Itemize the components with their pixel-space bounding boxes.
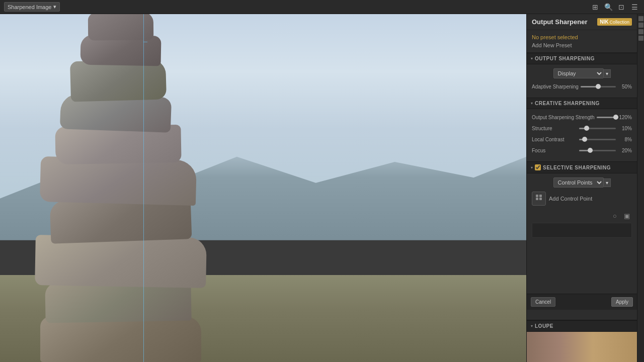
rock-5 xyxy=(40,156,197,206)
strength-label: Output Sharpening Strength xyxy=(532,115,595,120)
local-contrast-thumb[interactable] xyxy=(582,137,587,142)
local-contrast-value: 8% xyxy=(618,137,632,142)
control-point-list-empty xyxy=(532,223,632,238)
output-sharpening-title: OUTPUT SHARPENING xyxy=(535,56,595,61)
structure-slider[interactable] xyxy=(579,124,616,132)
svg-rect-2 xyxy=(536,195,538,197)
add-preset-link[interactable]: Add New Preset xyxy=(532,42,572,48)
toolbar-icons: ⊞ 🔍 ⊡ ☰ xyxy=(590,2,640,13)
focus-slider[interactable] xyxy=(579,146,616,154)
guideline-handle xyxy=(143,42,147,42)
display-dropdown-row: Display ▾ xyxy=(532,68,632,78)
focus-thumb[interactable] xyxy=(588,148,593,153)
selective-sharpening-header[interactable]: ▾ SELECTIVE SHARPENING xyxy=(527,161,637,173)
svg-rect-1 xyxy=(539,198,542,200)
guideline-vertical xyxy=(143,14,144,362)
adaptive-sharpening-thumb[interactable] xyxy=(596,84,601,89)
display-dropdown-arrow[interactable]: ▾ xyxy=(604,69,611,78)
loupe-section: ▾ LOUPE xyxy=(527,320,637,362)
zoom-actual-icon[interactable]: ⊡ xyxy=(616,2,627,13)
photo-scene xyxy=(0,14,526,362)
local-contrast-slider[interactable] xyxy=(579,135,616,143)
creative-sharpening-collapse-icon: ▾ xyxy=(531,101,533,106)
nik-label: NIK xyxy=(600,19,608,25)
top-toolbar: Sharpened Image ▾ ⊞ 🔍 ⊡ ☰ xyxy=(0,0,644,14)
selective-sharpening-collapse-icon: ▾ xyxy=(531,165,533,170)
selective-sharpening-checkbox[interactable] xyxy=(535,164,541,170)
zoom-icon[interactable]: 🔍 xyxy=(603,2,614,13)
focus-value: 20% xyxy=(618,148,632,153)
bottom-buttons: Cancel Apply xyxy=(527,294,637,310)
spacer xyxy=(527,310,637,320)
preset-area: No preset selected Add New Preset xyxy=(527,30,637,53)
focus-row: Focus 20% xyxy=(532,146,632,154)
adaptive-sharpening-label: Adaptive Sharpening xyxy=(532,84,579,89)
output-sharpening-header[interactable]: ▾ OUTPUT SHARPENING xyxy=(527,53,637,64)
strength-row: Output Sharpening Strength 120% xyxy=(532,113,632,121)
reset-control-point-icon[interactable]: ○ xyxy=(610,211,620,221)
local-contrast-row: Local Contrast 8% xyxy=(532,135,632,143)
add-control-point-svg xyxy=(535,195,543,203)
panel-header: Output Sharpener NIK Collection xyxy=(527,14,637,30)
control-points-dropdown[interactable]: Control Points xyxy=(553,177,604,188)
creative-sharpening-content: Output Sharpening Strength 120% Structur… xyxy=(527,109,637,161)
loupe-header[interactable]: ▾ LOUPE xyxy=(527,320,637,332)
panel-title: Output Sharpener xyxy=(532,18,588,26)
svg-rect-0 xyxy=(536,198,538,200)
loupe-content xyxy=(527,332,637,362)
delete-control-point-icon[interactable]: ▣ xyxy=(622,211,632,221)
output-sharpening-collapse-icon: ▾ xyxy=(531,56,533,61)
structure-row: Structure 10% xyxy=(532,124,632,132)
adaptive-sharpening-row: Adaptive Sharpening 50% xyxy=(532,82,632,90)
rock-stack xyxy=(30,15,221,362)
rock-1 xyxy=(40,317,201,362)
display-dropdown[interactable]: Display xyxy=(553,68,604,78)
structure-thumb[interactable] xyxy=(584,126,589,131)
loupe-title: LOUPE xyxy=(535,323,553,329)
selective-sharpening-content: Control Points ▾ Add Control Point xyxy=(527,173,637,246)
focus-label: Focus xyxy=(532,148,577,153)
local-contrast-label: Local Contrast xyxy=(532,137,577,142)
far-right-btn-1[interactable] xyxy=(638,16,643,21)
svg-rect-3 xyxy=(539,195,542,197)
far-right-btn-3[interactable] xyxy=(638,29,643,34)
far-right-panel xyxy=(637,14,644,362)
no-preset-text: No preset selected xyxy=(532,34,632,40)
control-point-icon-row: ○ ▣ xyxy=(532,209,632,223)
view-selector-label: Sharpened Image xyxy=(8,4,51,10)
control-points-dropdown-row: Control Points ▾ xyxy=(532,177,632,188)
main-content: Output Sharpener NIK Collection No prese… xyxy=(0,14,644,362)
adaptive-sharpening-value: 50% xyxy=(618,84,632,89)
creative-sharpening-header[interactable]: ▾ CREATIVE SHARPENING xyxy=(527,98,637,109)
output-sharpening-content: Display ▾ Adaptive Sharpening 50% xyxy=(527,64,637,98)
creative-sharpening-title: CREATIVE SHARPENING xyxy=(535,101,600,106)
settings-icon[interactable]: ☰ xyxy=(629,2,640,13)
structure-value: 10% xyxy=(618,126,632,131)
cancel-button[interactable]: Cancel xyxy=(531,297,555,307)
far-right-btn-2[interactable] xyxy=(638,23,643,28)
add-control-point-label: Add Control Point xyxy=(549,196,592,202)
zoom-fit-icon[interactable]: ⊞ xyxy=(590,2,601,13)
view-selector-arrow: ▾ xyxy=(53,4,56,10)
nik-badge: NIK Collection xyxy=(597,18,632,26)
structure-label: Structure xyxy=(532,126,577,131)
right-panel: Output Sharpener NIK Collection No prese… xyxy=(526,14,637,362)
strength-thumb[interactable] xyxy=(613,115,618,120)
collection-label: Collection xyxy=(609,20,629,25)
add-control-point-icon-btn[interactable] xyxy=(532,192,546,206)
loupe-collapse-icon: ▾ xyxy=(531,324,533,328)
view-selector[interactable]: Sharpened Image ▾ xyxy=(4,2,60,12)
strength-value: 120% xyxy=(618,115,632,120)
strength-slider[interactable] xyxy=(597,113,616,121)
add-control-point-row: Add Control Point xyxy=(532,192,632,206)
adaptive-sharpening-slider[interactable] xyxy=(581,82,616,90)
focus-track xyxy=(579,150,616,151)
far-right-btn-4[interactable] xyxy=(638,36,643,41)
apply-button[interactable]: Apply xyxy=(611,297,633,307)
control-points-dropdown-arrow[interactable]: ▾ xyxy=(604,178,611,187)
selective-sharpening-title: SELECTIVE SHARPENING xyxy=(543,165,611,170)
image-area[interactable] xyxy=(0,14,526,362)
